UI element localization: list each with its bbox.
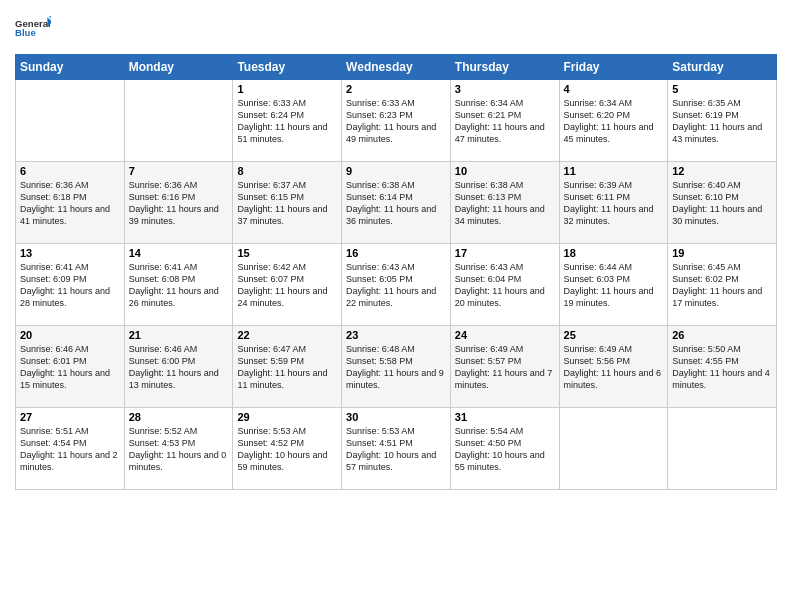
- day-info: Sunrise: 6:36 AM Sunset: 6:18 PM Dayligh…: [20, 179, 120, 228]
- header-saturday: Saturday: [668, 55, 777, 80]
- day-info: Sunrise: 5:51 AM Sunset: 4:54 PM Dayligh…: [20, 425, 120, 474]
- calendar-cell: 4 Sunrise: 6:34 AM Sunset: 6:20 PM Dayli…: [559, 80, 668, 162]
- calendar-cell: 31 Sunrise: 5:54 AM Sunset: 4:50 PM Dayl…: [450, 408, 559, 490]
- day-number: 2: [346, 83, 446, 95]
- calendar-cell: 5 Sunrise: 6:35 AM Sunset: 6:19 PM Dayli…: [668, 80, 777, 162]
- calendar-cell: 27 Sunrise: 5:51 AM Sunset: 4:54 PM Dayl…: [16, 408, 125, 490]
- day-number: 19: [672, 247, 772, 259]
- calendar-cell: 11 Sunrise: 6:39 AM Sunset: 6:11 PM Dayl…: [559, 162, 668, 244]
- day-info: Sunrise: 6:43 AM Sunset: 6:04 PM Dayligh…: [455, 261, 555, 310]
- day-number: 9: [346, 165, 446, 177]
- header-friday: Friday: [559, 55, 668, 80]
- calendar-cell: 23 Sunrise: 6:48 AM Sunset: 5:58 PM Dayl…: [342, 326, 451, 408]
- day-info: Sunrise: 6:42 AM Sunset: 6:07 PM Dayligh…: [237, 261, 337, 310]
- svg-text:Blue: Blue: [15, 27, 36, 38]
- day-number: 13: [20, 247, 120, 259]
- header-sunday: Sunday: [16, 55, 125, 80]
- calendar-cell: 13 Sunrise: 6:41 AM Sunset: 6:09 PM Dayl…: [16, 244, 125, 326]
- day-info: Sunrise: 5:53 AM Sunset: 4:52 PM Dayligh…: [237, 425, 337, 474]
- day-number: 30: [346, 411, 446, 423]
- calendar-cell: 6 Sunrise: 6:36 AM Sunset: 6:18 PM Dayli…: [16, 162, 125, 244]
- header-thursday: Thursday: [450, 55, 559, 80]
- week-row-5: 27 Sunrise: 5:51 AM Sunset: 4:54 PM Dayl…: [16, 408, 777, 490]
- day-info: Sunrise: 6:34 AM Sunset: 6:20 PM Dayligh…: [564, 97, 664, 146]
- calendar-cell: 15 Sunrise: 6:42 AM Sunset: 6:07 PM Dayl…: [233, 244, 342, 326]
- day-number: 10: [455, 165, 555, 177]
- day-number: 26: [672, 329, 772, 341]
- day-info: Sunrise: 6:37 AM Sunset: 6:15 PM Dayligh…: [237, 179, 337, 228]
- day-number: 11: [564, 165, 664, 177]
- logo: General Blue: [15, 10, 51, 46]
- calendar-table: SundayMondayTuesdayWednesdayThursdayFrid…: [15, 54, 777, 490]
- day-info: Sunrise: 6:47 AM Sunset: 5:59 PM Dayligh…: [237, 343, 337, 392]
- day-info: Sunrise: 6:48 AM Sunset: 5:58 PM Dayligh…: [346, 343, 446, 392]
- day-info: Sunrise: 5:50 AM Sunset: 4:55 PM Dayligh…: [672, 343, 772, 392]
- calendar-header-row: SundayMondayTuesdayWednesdayThursdayFrid…: [16, 55, 777, 80]
- calendar-cell: 3 Sunrise: 6:34 AM Sunset: 6:21 PM Dayli…: [450, 80, 559, 162]
- day-number: 12: [672, 165, 772, 177]
- day-number: 15: [237, 247, 337, 259]
- calendar-cell: 1 Sunrise: 6:33 AM Sunset: 6:24 PM Dayli…: [233, 80, 342, 162]
- day-number: 31: [455, 411, 555, 423]
- day-info: Sunrise: 6:33 AM Sunset: 6:24 PM Dayligh…: [237, 97, 337, 146]
- calendar-cell: 16 Sunrise: 6:43 AM Sunset: 6:05 PM Dayl…: [342, 244, 451, 326]
- calendar-cell: 7 Sunrise: 6:36 AM Sunset: 6:16 PM Dayli…: [124, 162, 233, 244]
- header-tuesday: Tuesday: [233, 55, 342, 80]
- calendar-cell: 29 Sunrise: 5:53 AM Sunset: 4:52 PM Dayl…: [233, 408, 342, 490]
- day-number: 25: [564, 329, 664, 341]
- calendar-cell: [559, 408, 668, 490]
- calendar-cell: 10 Sunrise: 6:38 AM Sunset: 6:13 PM Dayl…: [450, 162, 559, 244]
- day-info: Sunrise: 6:49 AM Sunset: 5:57 PM Dayligh…: [455, 343, 555, 392]
- day-info: Sunrise: 6:44 AM Sunset: 6:03 PM Dayligh…: [564, 261, 664, 310]
- day-number: 24: [455, 329, 555, 341]
- calendar-cell: 9 Sunrise: 6:38 AM Sunset: 6:14 PM Dayli…: [342, 162, 451, 244]
- calendar-cell: 19 Sunrise: 6:45 AM Sunset: 6:02 PM Dayl…: [668, 244, 777, 326]
- day-number: 20: [20, 329, 120, 341]
- calendar-cell: 25 Sunrise: 6:49 AM Sunset: 5:56 PM Dayl…: [559, 326, 668, 408]
- week-row-3: 13 Sunrise: 6:41 AM Sunset: 6:09 PM Dayl…: [16, 244, 777, 326]
- day-info: Sunrise: 5:54 AM Sunset: 4:50 PM Dayligh…: [455, 425, 555, 474]
- page: General Blue SundayMondayTuesdayWednesda…: [0, 0, 792, 612]
- week-row-2: 6 Sunrise: 6:36 AM Sunset: 6:18 PM Dayli…: [16, 162, 777, 244]
- day-info: Sunrise: 6:38 AM Sunset: 6:13 PM Dayligh…: [455, 179, 555, 228]
- day-info: Sunrise: 6:43 AM Sunset: 6:05 PM Dayligh…: [346, 261, 446, 310]
- day-info: Sunrise: 6:39 AM Sunset: 6:11 PM Dayligh…: [564, 179, 664, 228]
- day-number: 14: [129, 247, 229, 259]
- day-info: Sunrise: 6:41 AM Sunset: 6:09 PM Dayligh…: [20, 261, 120, 310]
- header-monday: Monday: [124, 55, 233, 80]
- header: General Blue: [15, 10, 777, 46]
- calendar-cell: [16, 80, 125, 162]
- day-info: Sunrise: 6:41 AM Sunset: 6:08 PM Dayligh…: [129, 261, 229, 310]
- calendar-cell: 8 Sunrise: 6:37 AM Sunset: 6:15 PM Dayli…: [233, 162, 342, 244]
- calendar-cell: 12 Sunrise: 6:40 AM Sunset: 6:10 PM Dayl…: [668, 162, 777, 244]
- day-number: 8: [237, 165, 337, 177]
- day-info: Sunrise: 5:52 AM Sunset: 4:53 PM Dayligh…: [129, 425, 229, 474]
- calendar-cell: [668, 408, 777, 490]
- day-number: 18: [564, 247, 664, 259]
- day-number: 3: [455, 83, 555, 95]
- day-number: 17: [455, 247, 555, 259]
- week-row-1: 1 Sunrise: 6:33 AM Sunset: 6:24 PM Dayli…: [16, 80, 777, 162]
- calendar-cell: 20 Sunrise: 6:46 AM Sunset: 6:01 PM Dayl…: [16, 326, 125, 408]
- calendar-cell: 21 Sunrise: 6:46 AM Sunset: 6:00 PM Dayl…: [124, 326, 233, 408]
- day-number: 5: [672, 83, 772, 95]
- calendar-cell: 26 Sunrise: 5:50 AM Sunset: 4:55 PM Dayl…: [668, 326, 777, 408]
- day-number: 6: [20, 165, 120, 177]
- calendar-cell: [124, 80, 233, 162]
- calendar-cell: 14 Sunrise: 6:41 AM Sunset: 6:08 PM Dayl…: [124, 244, 233, 326]
- day-info: Sunrise: 6:36 AM Sunset: 6:16 PM Dayligh…: [129, 179, 229, 228]
- day-number: 21: [129, 329, 229, 341]
- day-info: Sunrise: 6:46 AM Sunset: 6:01 PM Dayligh…: [20, 343, 120, 392]
- day-info: Sunrise: 6:49 AM Sunset: 5:56 PM Dayligh…: [564, 343, 664, 392]
- calendar-cell: 17 Sunrise: 6:43 AM Sunset: 6:04 PM Dayl…: [450, 244, 559, 326]
- day-info: Sunrise: 6:38 AM Sunset: 6:14 PM Dayligh…: [346, 179, 446, 228]
- day-info: Sunrise: 6:45 AM Sunset: 6:02 PM Dayligh…: [672, 261, 772, 310]
- calendar-cell: 22 Sunrise: 6:47 AM Sunset: 5:59 PM Dayl…: [233, 326, 342, 408]
- day-number: 16: [346, 247, 446, 259]
- day-info: Sunrise: 6:35 AM Sunset: 6:19 PM Dayligh…: [672, 97, 772, 146]
- day-number: 4: [564, 83, 664, 95]
- day-number: 29: [237, 411, 337, 423]
- calendar-cell: 24 Sunrise: 6:49 AM Sunset: 5:57 PM Dayl…: [450, 326, 559, 408]
- day-number: 1: [237, 83, 337, 95]
- calendar-cell: 18 Sunrise: 6:44 AM Sunset: 6:03 PM Dayl…: [559, 244, 668, 326]
